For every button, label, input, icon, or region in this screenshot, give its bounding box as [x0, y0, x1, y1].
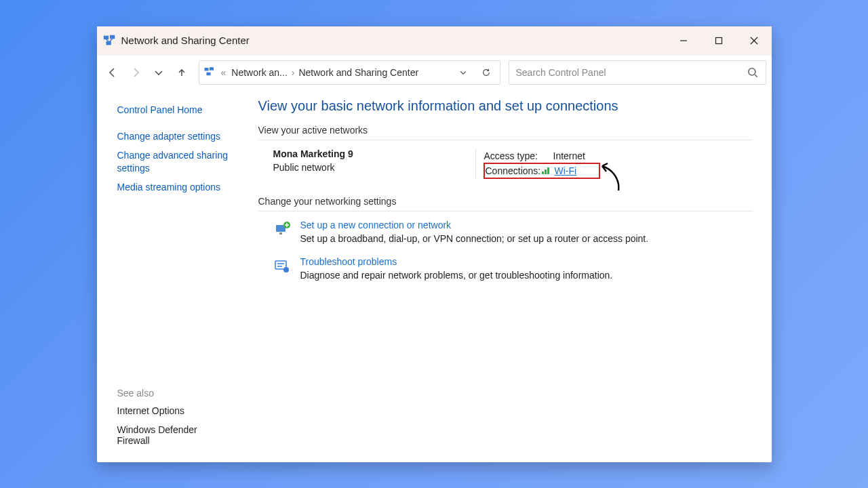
sidebar: Control Panel Home Change adapter settin…: [97, 90, 239, 462]
window: Network and Sharing Center: [97, 26, 772, 462]
recent-dropdown[interactable]: [149, 62, 169, 83]
forward-button[interactable]: [125, 62, 146, 83]
sidebar-link-adapter[interactable]: Change adapter settings: [117, 130, 231, 144]
svg-point-12: [748, 68, 755, 75]
svg-rect-16: [547, 167, 549, 174]
sidebar-link-media[interactable]: Media streaming options: [117, 181, 231, 195]
back-button[interactable]: [102, 62, 123, 83]
breadcrumb-2[interactable]: Network and Sharing Center: [298, 67, 418, 78]
task-setup-desc: Set up a broadband, dial-up, or VPN conn…: [300, 233, 649, 244]
svg-rect-9: [204, 68, 208, 71]
access-type-label: Access type:: [484, 150, 553, 161]
active-network-row: Mona Marketing 9 Public network Access t…: [258, 148, 753, 178]
see-also-internet[interactable]: Internet Options: [117, 405, 231, 416]
address-icon: [203, 66, 216, 80]
up-button[interactable]: [172, 62, 192, 83]
svg-rect-2: [106, 41, 111, 44]
maximize-button[interactable]: [701, 26, 736, 55]
nav-row: « Network an... › Network and Sharing Ce…: [97, 55, 772, 90]
access-type-value: Internet: [553, 150, 585, 161]
sidebar-home[interactable]: Control Panel Home: [117, 104, 231, 117]
task-troubleshoot-desc: Diagnose and repair network problems, or…: [300, 270, 613, 281]
connection-link[interactable]: Wi-Fi: [555, 165, 577, 176]
setup-connection-icon: [273, 221, 291, 239]
change-settings-label: Change your networking settings: [258, 196, 753, 207]
task-setup-title[interactable]: Set up a new connection or network: [300, 220, 649, 230]
task-troubleshoot: Troubleshoot problems Diagnose and repai…: [258, 256, 753, 281]
network-name: Mona Marketing 9: [273, 148, 475, 159]
search-input[interactable]: [516, 67, 747, 78]
window-controls: [666, 26, 772, 55]
page-heading: View your basic network information and …: [258, 98, 753, 114]
sidebar-link-sharing[interactable]: Change advanced sharing settings: [117, 149, 231, 176]
address-bar[interactable]: « Network an... › Network and Sharing Ce…: [199, 60, 500, 85]
see-also-label: See also: [117, 388, 231, 399]
close-button[interactable]: [736, 26, 772, 55]
titlebar: Network and Sharing Center: [97, 26, 772, 55]
svg-rect-6: [715, 37, 722, 43]
address-dropdown[interactable]: [454, 63, 473, 82]
svg-rect-14: [542, 171, 544, 174]
svg-line-4: [110, 39, 113, 41]
window-title: Network and Sharing Center: [121, 35, 250, 46]
wifi-signal-icon: [541, 166, 552, 175]
network-category: Public network: [273, 162, 475, 173]
task-setup: Set up a new connection or network Set u…: [258, 220, 753, 244]
breadcrumb-sep: «: [220, 67, 228, 78]
connections-label: Connections:: [486, 165, 541, 176]
chevron-right-icon: ›: [292, 67, 295, 78]
active-networks-label: View your active networks: [258, 125, 753, 136]
breadcrumb-1[interactable]: Network an...: [231, 67, 287, 78]
refresh-button[interactable]: [477, 63, 496, 82]
svg-rect-1: [110, 35, 115, 39]
divider: [258, 211, 753, 211]
connections-row: Connections: Wi-Fi: [484, 163, 599, 178]
svg-line-3: [106, 39, 108, 41]
svg-rect-15: [545, 169, 547, 174]
main-pane: View your basic network information and …: [239, 90, 772, 462]
body: Control Panel Home Change adapter settin…: [97, 90, 772, 462]
divider: [258, 140, 753, 140]
see-also-firewall[interactable]: Windows Defender Firewall: [117, 424, 231, 446]
svg-rect-0: [103, 35, 108, 39]
minimize-button[interactable]: [666, 26, 701, 55]
troubleshoot-icon: [273, 258, 291, 275]
svg-line-13: [755, 75, 757, 77]
app-icon: [102, 33, 117, 48]
svg-point-21: [283, 267, 289, 272]
svg-rect-18: [279, 232, 282, 235]
search-box[interactable]: [509, 60, 766, 85]
svg-rect-10: [210, 67, 214, 70]
svg-rect-11: [206, 72, 210, 75]
search-icon: [747, 66, 759, 79]
task-troubleshoot-title[interactable]: Troubleshoot problems: [300, 256, 613, 267]
annotation-arrow-icon: [598, 161, 623, 194]
